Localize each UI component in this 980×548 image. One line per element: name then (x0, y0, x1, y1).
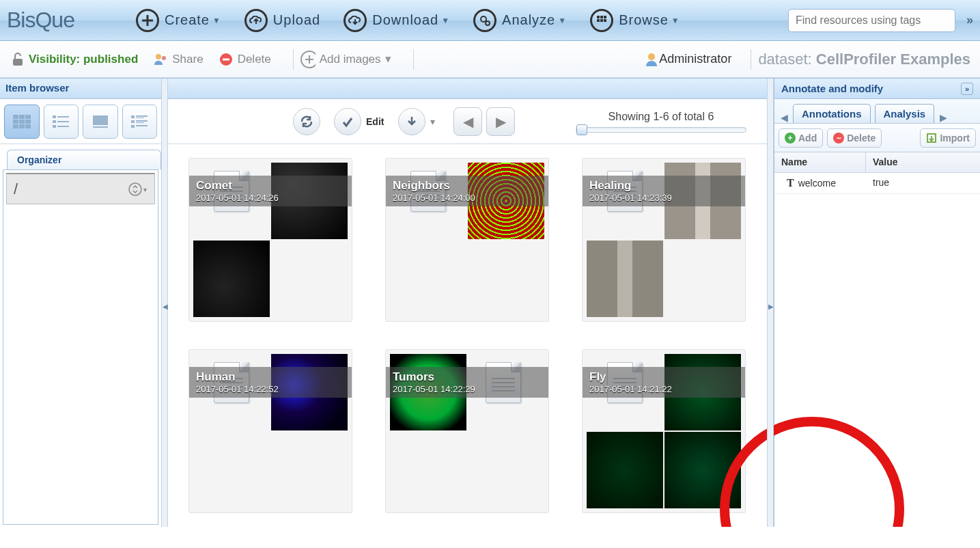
share-label: Share (172, 53, 203, 66)
delete-icon (219, 52, 234, 67)
delete-annotation-button[interactable]: − Delete (827, 128, 882, 148)
annotation-row[interactable]: T welcome true (774, 173, 980, 194)
row-name: welcome (798, 178, 836, 189)
toolbar-right: Administrator dataset: CellProfiler Exam… (644, 49, 970, 70)
sort-icon[interactable]: ▾ (128, 182, 148, 196)
edit-toggle-button[interactable] (334, 108, 361, 135)
svg-rect-23 (25, 124, 31, 128)
item-name: Human (196, 370, 345, 384)
center-toolbar: Edit ▾ ◀ ▶ Showing 1-6 of total 6 (168, 99, 767, 144)
zoom-slider[interactable] (576, 127, 746, 133)
item-name: Healing (589, 179, 738, 193)
item-fly[interactable]: Fly 2017-05-01 14:21:22 (582, 349, 746, 513)
svg-rect-19 (19, 120, 25, 124)
svg-rect-6 (600, 19, 603, 22)
caret-down-icon: ▾ (385, 52, 391, 66)
share-button[interactable]: Share (153, 52, 203, 67)
tab-annotations[interactable]: Annotations (793, 104, 871, 123)
current-user[interactable]: Administrator (644, 52, 731, 67)
view-thumbnails-button[interactable] (4, 105, 40, 139)
browse-menu[interactable]: Browse ▼ (590, 9, 680, 32)
next-page-button[interactable]: ▶ (486, 107, 515, 136)
view-detail-button[interactable] (122, 105, 158, 139)
gears-icon (473, 9, 496, 32)
svg-rect-5 (597, 19, 600, 22)
svg-rect-15 (13, 115, 18, 119)
svg-text:▾: ▾ (143, 186, 147, 193)
grid-icon (590, 9, 613, 32)
users-icon (153, 52, 168, 67)
svg-rect-39 (136, 125, 148, 126)
download-items-button[interactable] (398, 108, 425, 135)
svg-rect-37 (136, 122, 144, 123)
download-menu[interactable]: Download ▼ (344, 9, 450, 32)
left-collapse-bar[interactable]: ◀ (161, 79, 168, 527)
import-annotation-button[interactable]: Import (920, 128, 976, 148)
center-column: Edit ▾ ◀ ▶ Showing 1-6 of total 6 Comet (168, 79, 767, 527)
svg-rect-31 (93, 126, 108, 128)
thumbnail (664, 432, 741, 508)
caret-down-icon: ▼ (441, 16, 450, 25)
view-list-button[interactable] (44, 105, 79, 139)
add-annotation-button[interactable]: + Add (779, 128, 823, 148)
right-panel-header: Annotate and modify » (774, 79, 980, 99)
tabs-scroll-left-icon[interactable]: ◀ (777, 112, 791, 123)
overflow-menu-icon[interactable]: » (966, 13, 973, 27)
svg-rect-4 (604, 16, 606, 18)
svg-rect-32 (131, 115, 135, 118)
svg-rect-29 (57, 126, 69, 127)
item-name: Fly (589, 370, 738, 384)
upload-menu[interactable]: Upload (244, 9, 320, 32)
visibility-button[interactable]: Visibility: published (10, 52, 138, 67)
dataset-label: dataset: (758, 51, 811, 68)
delete-button[interactable]: Delete (219, 52, 271, 67)
svg-rect-17 (25, 115, 31, 119)
analyze-label: Analyze (502, 12, 555, 28)
svg-rect-24 (53, 115, 56, 118)
svg-rect-26 (53, 120, 56, 123)
item-tumors[interactable]: Tumors 2017-05-01 14:22:29 (385, 349, 549, 513)
search-input[interactable] (788, 9, 955, 32)
expand-right-icon[interactable]: » (961, 83, 973, 95)
logo-suffix: Que (35, 8, 74, 32)
tabs-scroll-right-icon[interactable]: ▶ (936, 112, 950, 123)
refresh-button[interactable] (293, 108, 320, 135)
collapse-right-icon: ▶ (768, 303, 774, 310)
slider-thumb[interactable] (576, 124, 587, 135)
item-neighbors[interactable]: Neighbors 2017-05-01 14:24:00 (385, 158, 549, 322)
caret-down-icon: ▼ (212, 16, 221, 25)
add-images-label: Add images (320, 53, 381, 66)
prev-page-button[interactable]: ◀ (453, 107, 482, 136)
item-date: 2017-05-01 14:22:29 (393, 384, 542, 394)
item-label: Tumors 2017-05-01 14:22:29 (386, 367, 548, 398)
cloud-upload-icon (244, 9, 268, 32)
divider (413, 49, 414, 70)
svg-point-14 (648, 53, 655, 60)
item-human[interactable]: Human 2017-05-01 14:22:52 (188, 349, 352, 513)
svg-rect-30 (93, 115, 108, 125)
plus-circle-icon (300, 52, 316, 67)
organizer-path[interactable]: / ▾ (6, 173, 155, 204)
annotation-table-header: Name Value (774, 152, 980, 173)
analyze-menu[interactable]: Analyze ▼ (473, 9, 567, 32)
right-collapse-bar[interactable]: ▶ (767, 79, 774, 527)
svg-point-0 (481, 16, 486, 22)
view-card-button[interactable] (83, 105, 118, 139)
item-date: 2017-05-01 14:24:26 (196, 193, 345, 203)
item-name: Tumors (393, 370, 542, 384)
svg-rect-38 (131, 125, 135, 128)
view-mode-toolbar (0, 99, 161, 144)
right-title: Annotate and modify (781, 83, 883, 94)
item-healing[interactable]: Healing 2017-05-01 14:23:39 (582, 158, 746, 322)
item-comet[interactable]: Comet 2017-05-01 14:24:26 (188, 158, 352, 322)
add-images-button[interactable]: Add images ▾ (300, 52, 391, 67)
search-container (788, 9, 955, 32)
svg-rect-36 (136, 120, 148, 122)
item-browser-header: Item browser (0, 79, 161, 99)
svg-rect-12 (223, 58, 229, 60)
create-menu[interactable]: Create ▼ (136, 9, 221, 32)
organizer-tab[interactable]: Organizer (7, 150, 161, 169)
tab-analysis[interactable]: Analysis (875, 104, 935, 123)
svg-rect-7 (604, 19, 606, 22)
svg-point-9 (156, 54, 161, 59)
